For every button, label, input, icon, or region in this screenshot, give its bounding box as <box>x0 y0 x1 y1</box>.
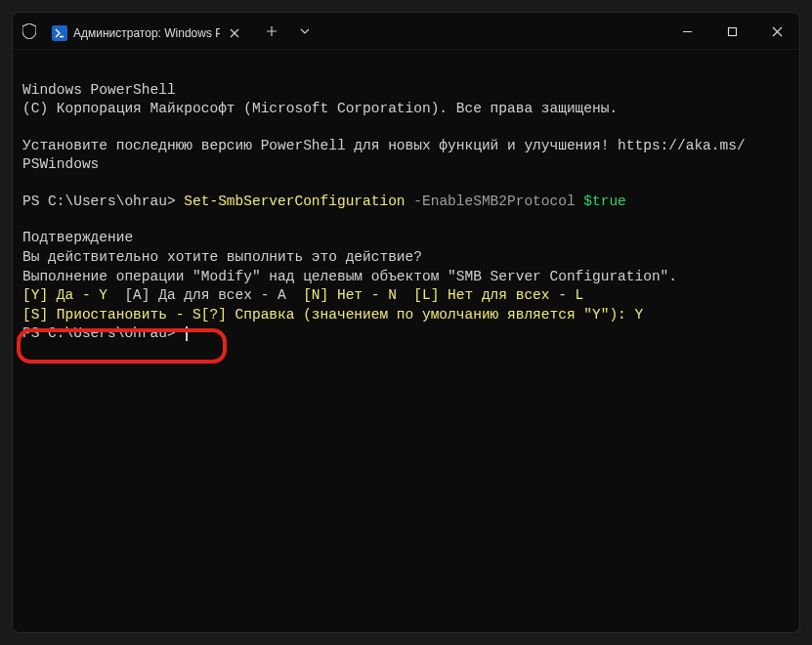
close-button[interactable] <box>754 13 799 50</box>
option-none: [L] Нет для всех - L <box>413 287 583 303</box>
option-help: [?] Справка (значением по умолчанию явля… <box>201 307 643 322</box>
command-param: -EnableSMB2Protocol <box>406 194 584 209</box>
confirm-operation: Выполнение операции "Modify" над целевым… <box>22 269 677 284</box>
maximize-button[interactable] <box>709 13 754 50</box>
banner-line1: Windows PowerShell <box>22 82 176 98</box>
svg-rect-6 <box>728 27 736 35</box>
terminal-output[interactable]: Windows PowerShell (C) Корпорация Майкро… <box>13 50 799 632</box>
update-hint-b: PSWindows <box>22 156 99 172</box>
option-all: [A] Да для всех - A <box>107 287 303 303</box>
command-arg: $true <box>583 194 626 209</box>
window-controls <box>664 13 799 49</box>
command: Set-SmbServerConfiguration <box>184 194 405 209</box>
cursor <box>186 326 188 341</box>
new-tab-button[interactable] <box>257 17 286 46</box>
powershell-icon <box>52 25 67 41</box>
tab-dropdown-button[interactable] <box>290 17 320 46</box>
banner-line2: (C) Корпорация Майкрософт (Microsoft Cor… <box>22 101 618 116</box>
prompt-1: PS C:\Users\ohrau> <box>22 194 184 209</box>
option-yes: [Y] Да - Y <box>22 287 107 303</box>
tab-powershell[interactable]: Администратор: Windows Pc <box>44 18 253 49</box>
titlebar: Администратор: Windows Pc <box>13 13 799 50</box>
shield-icon <box>21 22 38 40</box>
confirm-header: Подтверждение <box>22 230 133 245</box>
tab-title: Администратор: Windows Pc <box>73 26 220 40</box>
minimize-button[interactable] <box>664 13 709 50</box>
prompt-2: PS C:\Users\ohrau> <box>22 325 184 341</box>
update-hint-a: Установите последнюю версию PowerShell д… <box>22 138 746 153</box>
option-no: [N] Нет - N <box>303 287 413 303</box>
close-tab-button[interactable] <box>226 24 243 42</box>
confirm-question: Вы действительно хотите выполнить это де… <box>22 249 422 265</box>
option-suspend: [S] Приостановить - S <box>22 307 201 322</box>
terminal-window: Администратор: Windows Pc Windows PowerS… <box>12 12 800 633</box>
